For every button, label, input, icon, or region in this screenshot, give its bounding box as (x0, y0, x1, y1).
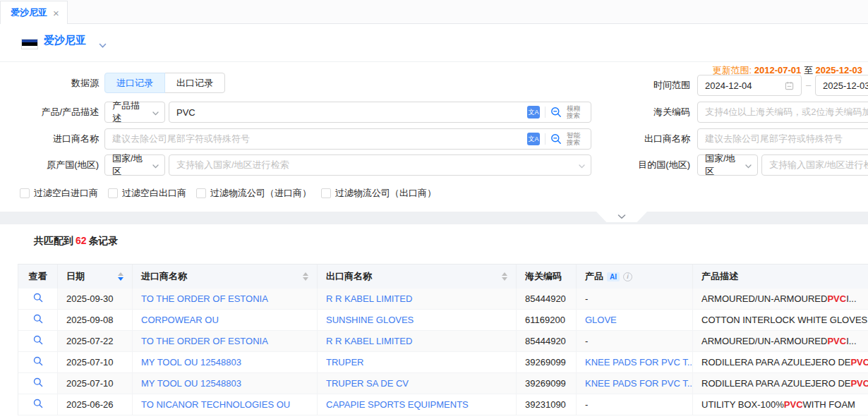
fuzzy-search-mode[interactable]: 模糊搜索 (567, 105, 584, 119)
export-records-option[interactable]: 出口记录 (164, 73, 225, 93)
import-records-option[interactable]: 进口记录 (104, 73, 165, 93)
record-date: 2025-07-10 (66, 378, 114, 389)
chevron-down-icon[interactable] (99, 40, 107, 51)
importer-link[interactable]: TO THE ORDER OF ESTONIA (141, 336, 268, 346)
checkbox-icon[interactable] (108, 188, 118, 198)
column-header-label: 海关编码 (525, 270, 562, 283)
exporter-link[interactable]: TRUPER (326, 357, 363, 368)
destination-label: 目的国(地区) (586, 154, 690, 176)
range-separator: – (806, 80, 811, 90)
magnifier-icon (33, 314, 43, 326)
magnifier-icon (33, 335, 43, 347)
view-record-button[interactable] (33, 399, 43, 411)
exporter-link-cell: TRUPER SA DE CV (318, 373, 517, 394)
sort-icon[interactable] (502, 272, 507, 281)
column-header-4: 海关编码 (517, 265, 577, 289)
tab-estonia[interactable]: 爱沙尼亚 × (0, 1, 68, 24)
importer-link[interactable]: CORPOWEAR OU (141, 315, 219, 325)
exporter-link[interactable]: TRUPER SA DE CV (326, 378, 409, 389)
filter-checkbox-1[interactable]: 过滤空白出口商 (108, 187, 186, 200)
exporter-link[interactable]: R R KABEL LIMITED (326, 336, 412, 346)
filter-form: 数据源 进口记录 出口记录 更新范围: 2012-07-01 至 2025-12… (0, 63, 868, 212)
importer-link-cell: MY TOOL OU 12548803 (133, 373, 318, 394)
record-date: 2025-09-30 (66, 293, 114, 304)
view-record-button[interactable] (33, 335, 43, 347)
product-search-input[interactable]: PVC 文A 模糊搜索 (169, 102, 591, 123)
product-description-cell: ARMOURED/UN-ARMOURED PVC I... (693, 331, 868, 352)
product-link[interactable]: KNEE PADS FOR PVC T... (585, 378, 693, 389)
product-link[interactable]: KNEE PADS FOR PVC T... (585, 357, 693, 368)
summary-prefix: 共匹配到 (34, 235, 73, 246)
view-record-button[interactable] (33, 377, 43, 389)
time-range-start-input[interactable]: 2024-12-04 (697, 75, 802, 96)
importer-link[interactable]: TO NICANOR TECHNOLOGIES OU (141, 399, 290, 410)
record-date: 2025-06-26 (66, 399, 114, 410)
chevron-down-icon (579, 160, 585, 171)
product-field-select[interactable]: 产品描述 (104, 102, 165, 123)
search-icon[interactable] (550, 107, 562, 118)
smart-search-mode[interactable]: 智能搜索 (567, 132, 584, 146)
importer-input[interactable]: 建议去除公司尾部字符或特殊符号 文A 智能搜索 (104, 128, 591, 150)
filter-checkbox-label: 过滤物流公司（出口商） (335, 187, 436, 200)
checkbox-icon[interactable] (321, 188, 331, 198)
hs-code-cell: 85444920 (517, 289, 577, 310)
origin-country-select[interactable]: 支持输入国家/地区进行检索 (169, 154, 591, 176)
destination-type-select[interactable]: 国家/地区 (697, 154, 758, 176)
checkbox-icon[interactable] (196, 188, 206, 198)
exporter-link[interactable]: SUNSHINE GLOVES (326, 315, 414, 325)
record-date: 2025-09-08 (66, 315, 114, 325)
product-value-cell: - (577, 289, 693, 310)
hs-code-input[interactable]: 支持4位以上海关编码，或2位海关编码加上 (697, 102, 868, 123)
filter-checkbox-2[interactable]: 过滤物流公司（进口商） (196, 187, 311, 200)
column-header-label: 出口商名称 (326, 270, 372, 283)
search-icon[interactable] (550, 133, 562, 145)
exporter-link[interactable]: CAPAPIE SPORTS EQUIPMENTS (326, 399, 469, 410)
filter-checkbox-label: 过滤物流公司（进口商） (210, 187, 311, 200)
importer-link[interactable]: MY TOOL OU 12548803 (141, 378, 241, 389)
column-header-2[interactable]: 进口商名称 (133, 265, 318, 289)
collapse-form-button[interactable] (596, 212, 647, 222)
view-record-button[interactable] (33, 356, 43, 368)
hs-code: 85444920 (525, 336, 566, 346)
importer-link[interactable]: MY TOOL OU 12548803 (141, 357, 241, 368)
filter-checkbox-label: 过滤空白出口商 (122, 187, 186, 200)
description-text: ARMOURED/UN-ARMOURED (701, 293, 827, 304)
sort-icon[interactable] (303, 272, 308, 281)
record-date-cell: 2025-07-10 (58, 373, 133, 394)
column-header-1[interactable]: 日期 (58, 265, 133, 289)
importer-link-cell: TO THE ORDER OF ESTONIA (133, 289, 318, 310)
time-range-end-input[interactable]: 2025-12-03 (815, 75, 868, 96)
importer-link-cell: MY TOOL OU 12548803 (133, 352, 318, 373)
filter-checkbox-3[interactable]: 过滤物流公司（出口商） (321, 187, 436, 200)
exporter-link[interactable]: R R KABEL LIMITED (326, 293, 412, 304)
record-date-cell: 2025-07-22 (58, 331, 133, 352)
product-link-cell: KNEE PADS FOR PVC T... (577, 352, 693, 373)
description-highlight: PVC (827, 336, 846, 346)
product-description-cell: RODILLERA PARA AZULEJERO DE PVC (693, 373, 868, 394)
time-range-end-value: 2025-12-03 (823, 80, 868, 91)
country-title[interactable]: 爱沙尼亚 (44, 34, 86, 47)
exporter-link-cell: R R KABEL LIMITED (318, 289, 517, 310)
importer-placeholder: 建议去除公司尾部字符或特殊符号 (112, 133, 250, 145)
importer-label: 进口商名称 (0, 128, 99, 150)
importer-link[interactable]: TO THE ORDER OF ESTONIA (141, 293, 268, 304)
origin-type-select[interactable]: 国家/地区 (104, 154, 165, 176)
info-icon[interactable]: i (623, 272, 632, 281)
translate-icon[interactable]: 文A (527, 106, 540, 119)
close-icon[interactable]: × (53, 8, 59, 18)
product-link-cell: KNEE PADS FOR PVC T... (577, 373, 693, 394)
translate-icon[interactable]: 文A (527, 133, 540, 145)
exporter-link-cell: R R KABEL LIMITED (318, 331, 517, 352)
exporter-input[interactable]: 建议去除公司尾部字符或特殊符号 (697, 128, 868, 150)
product-description-cell: UTILITY BOX-100% PVC WITH FOAM (693, 394, 868, 415)
calendar-icon (785, 81, 794, 90)
column-header-3[interactable]: 出口商名称 (318, 265, 517, 289)
view-record-button[interactable] (33, 314, 43, 326)
checkbox-icon[interactable] (20, 188, 30, 198)
sort-icon[interactable] (118, 272, 123, 281)
destination-country-select[interactable]: 支持输入国家/地区进行检索 (761, 154, 868, 176)
filter-checkbox-0[interactable]: 过滤空白进口商 (20, 187, 98, 200)
ai-badge: AI (607, 272, 620, 281)
product-link[interactable]: GLOVE (585, 315, 617, 325)
view-record-button[interactable] (33, 293, 43, 305)
